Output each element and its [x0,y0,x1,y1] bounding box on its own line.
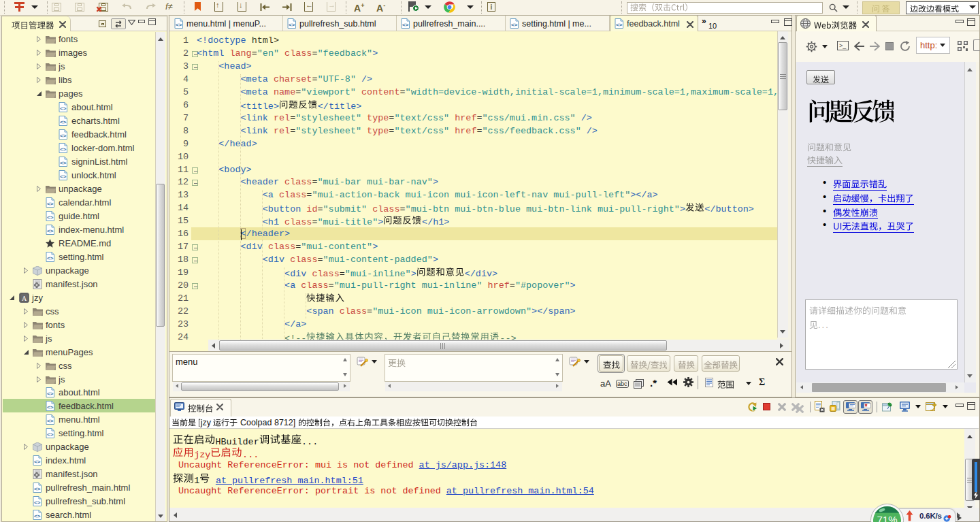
svg-text:<>: <> [47,404,54,410]
svg-text:<>: <> [47,228,54,234]
svg-text:<>: <> [60,105,67,112]
svg-text:<>: <> [34,459,41,465]
svg-text:<>: <> [616,22,623,28]
svg-text:<>: <> [47,431,54,438]
svg-text:<>: <> [60,174,67,180]
svg-text:<>: <> [34,486,41,492]
svg-text:<>: <> [47,201,54,207]
svg-text:<>: <> [34,500,41,506]
svg-text:<>: <> [34,513,41,519]
svg-text:<>: <> [47,418,54,424]
svg-text:<>: <> [402,22,409,28]
svg-text:<>: <> [289,22,295,28]
svg-text:71%: 71% [877,514,897,522]
svg-text:<>: <> [60,133,67,139]
svg-text:<>: <> [60,119,67,125]
svg-text:<>: <> [60,146,67,152]
svg-text:<>: <> [47,391,54,397]
svg-text:<>: <> [60,160,67,166]
svg-text:<>: <> [47,214,54,221]
svg-text:A: A [22,295,27,302]
svg-text:<>: <> [511,22,518,28]
svg-text:<>: <> [47,255,54,261]
svg-text:<>: <> [176,22,182,28]
